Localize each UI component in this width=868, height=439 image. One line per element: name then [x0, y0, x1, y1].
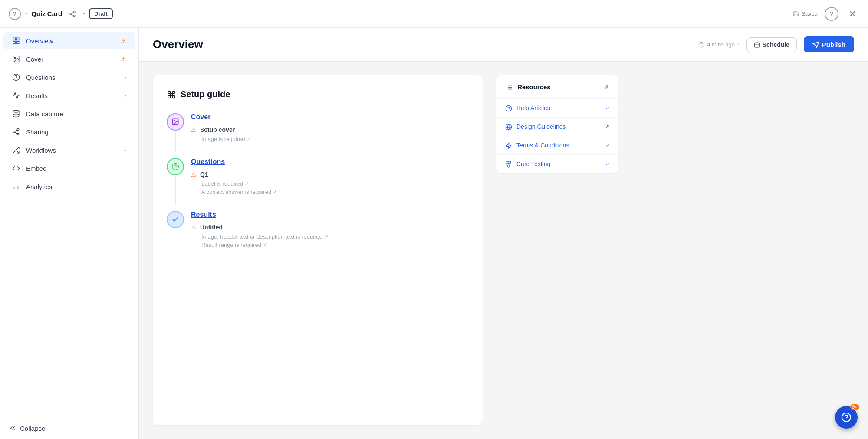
svg-point-15: [13, 131, 15, 133]
time-ago: 4 mins ago: [707, 41, 735, 48]
questions-section-name[interactable]: Questions: [191, 158, 469, 166]
card-testing-label: Card Testing: [516, 161, 550, 167]
overview-label: Overview: [26, 37, 115, 45]
svg-point-16: [17, 133, 19, 135]
svg-point-10: [14, 57, 15, 58]
results-req-2[interactable]: Result range is required ↗: [201, 242, 469, 248]
svg-point-0: [73, 11, 75, 13]
content-header-right: 4 mins ago • Schedule Publish: [698, 36, 854, 52]
schedule-button[interactable]: Schedule: [746, 37, 797, 52]
cover-warning-icon: ⚠: [191, 126, 197, 133]
questions-req-1[interactable]: Label is required ↗: [201, 180, 469, 187]
sidebar-item-embed[interactable]: Embed: [3, 160, 135, 177]
topbar-right: Saved ? ✕: [793, 7, 859, 21]
help-icon[interactable]: ?: [9, 8, 21, 20]
questions-sub-item: ⚠ Q1: [191, 171, 469, 178]
svg-rect-6: [17, 38, 19, 40]
svg-rect-25: [754, 43, 759, 47]
topbar: ? • Quiz Card • Draft Saved ? ✕: [0, 0, 868, 28]
resources-collapse-icon: ∧: [604, 83, 609, 91]
sidebar-item-cover[interactable]: Cover ⚠: [3, 50, 135, 68]
time-info: 4 mins ago •: [698, 41, 739, 48]
topbar-separator: •: [25, 11, 27, 17]
setup-guide-title: Setup guide: [167, 89, 469, 99]
cover-label: Cover: [26, 56, 115, 63]
workflows-icon: [12, 146, 21, 154]
results-section-name[interactable]: Results: [191, 211, 469, 219]
questions-icon: [12, 73, 21, 82]
resources-card: Resources ∧ Help Articles ↗: [496, 75, 618, 173]
collapse-label: Collapse: [20, 425, 45, 432]
setup-section-cover: Cover ⚠ Setup cover Image is required ↗: [167, 113, 469, 144]
sidebar-item-analytics[interactable]: Analytics: [3, 178, 135, 195]
page-title: Overview: [153, 38, 203, 51]
cover-section-icon: [167, 113, 184, 131]
topbar-left: ? • Quiz Card • Draft: [9, 8, 113, 20]
sidebar-item-overview[interactable]: Overview ⚠: [3, 32, 135, 49]
results-icon: [12, 91, 21, 100]
sharing-label: Sharing: [26, 128, 126, 136]
embed-icon: [12, 164, 21, 173]
svg-rect-7: [17, 42, 19, 44]
content-area: Overview 4 mins ago • Schedule Publish: [139, 28, 868, 439]
zap-icon: [505, 141, 512, 149]
questions-label: Questions: [26, 74, 119, 81]
svg-point-14: [17, 129, 19, 131]
questions-sub-title: Q1: [200, 171, 208, 178]
float-help-button[interactable]: 9+: [835, 406, 858, 429]
svg-line-3: [72, 14, 74, 16]
resource-item-help[interactable]: Help Articles ↗: [496, 98, 618, 117]
results-sub-item: ⚠ Untitled: [191, 224, 469, 231]
cover-warning: ⚠: [121, 56, 126, 62]
svg-point-2: [73, 15, 75, 16]
cover-section-name[interactable]: Cover: [191, 113, 469, 121]
help-circle-icon: [505, 104, 512, 112]
content-header: Overview 4 mins ago • Schedule Publish: [139, 28, 868, 62]
share-icon[interactable]: [66, 8, 79, 20]
analytics-label: Analytics: [26, 183, 126, 190]
embed-label: Embed: [26, 165, 126, 172]
questions-req-2[interactable]: A correct answer is required ↗: [201, 189, 469, 195]
sidebar-item-data-capture[interactable]: Data capture: [3, 105, 135, 122]
terms-conditions-label: Terms & Conditions: [516, 142, 569, 149]
svg-rect-5: [13, 38, 15, 40]
sidebar-nav: Overview ⚠ Cover ⚠ Questions ›: [0, 28, 138, 417]
help-articles-ext-icon: ↗: [605, 105, 609, 111]
data-capture-icon: [12, 109, 21, 118]
setup-section-questions: Questions ⚠ Q1 Label is required ↗ A cor…: [167, 158, 469, 197]
sidebar-item-workflows[interactable]: Workflows ›: [3, 141, 135, 159]
sidebar-item-sharing[interactable]: Sharing: [3, 123, 135, 141]
svg-rect-8: [13, 42, 15, 44]
svg-line-4: [72, 12, 74, 13]
overview-icon: [12, 36, 21, 45]
sharing-icon: [12, 128, 21, 136]
resources-header[interactable]: Resources ∧: [496, 75, 618, 98]
overview-warning: ⚠: [121, 37, 126, 44]
results-warning-icon: ⚠: [191, 224, 197, 231]
resource-item-card-testing[interactable]: Card Testing ↗: [496, 154, 618, 173]
flask-icon: [505, 160, 512, 168]
cover-ext-link-icon: ↗: [247, 136, 250, 142]
publish-button[interactable]: Publish: [804, 36, 854, 52]
sidebar: Overview ⚠ Cover ⚠ Questions ›: [0, 28, 139, 439]
svg-line-17: [15, 132, 17, 134]
content-scroll: Setup guide Cover ⚠ Setup cover I: [139, 62, 868, 439]
main-layout: Overview ⚠ Cover ⚠ Questions ›: [0, 28, 868, 439]
resource-item-design[interactable]: Design Guidelines ↗: [496, 117, 618, 136]
close-icon[interactable]: ✕: [845, 7, 859, 21]
draft-badge[interactable]: Draft: [89, 8, 112, 19]
sidebar-item-results[interactable]: Results ›: [3, 87, 135, 104]
cover-req-1[interactable]: Image is required ↗: [201, 136, 469, 142]
design-guidelines-label: Design Guidelines: [516, 123, 566, 130]
cover-icon: [12, 55, 21, 63]
sidebar-item-questions[interactable]: Questions ›: [3, 69, 135, 86]
questions-section-icon: [167, 158, 184, 175]
questions-ext-link-2: ↗: [273, 189, 277, 195]
results-req-1[interactable]: Image, header text or description text i…: [201, 233, 469, 240]
collapse-button[interactable]: Collapse: [9, 424, 130, 432]
resource-item-terms[interactable]: Terms & Conditions ↗: [496, 136, 618, 154]
topbar-help2-icon[interactable]: ?: [825, 7, 838, 21]
svg-line-18: [15, 130, 17, 131]
results-sub-title: Untitled: [200, 224, 223, 231]
help-articles-label: Help Articles: [516, 105, 550, 111]
